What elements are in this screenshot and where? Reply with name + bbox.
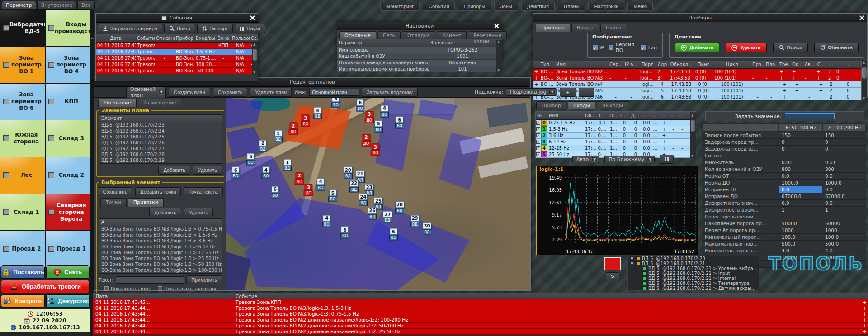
parameter-value[interactable]: 800 [822, 166, 866, 172]
parameter-value[interactable]: 0 [779, 139, 822, 145]
parameter-row[interactable]: Исправен ОТ0.00.0 [702, 186, 866, 193]
events-toolbar-button[interactable]: Поиск [164, 24, 195, 33]
inputs-column-header[interactable]: № [536, 112, 547, 119]
binding-item[interactable]: ВО-Зона Зона Тополь ВО №3 /logic-1:3 > 5… [99, 261, 222, 267]
parameter-value[interactable]: 500.0 [822, 241, 866, 247]
input-row[interactable]: ✓412-25 Hz17:...0....1...000.0...+--... [536, 145, 690, 151]
parameter-row[interactable]: Исправен ДО67000.067000.0 [702, 193, 866, 200]
devices-scroll-thumb[interactable] [862, 67, 867, 79]
underlay-select[interactable]: Подложка.jpg▼ [506, 88, 557, 96]
parameter-value[interactable]: 50000 [822, 220, 866, 227]
events-close-icon[interactable]: × [249, 13, 256, 22]
zone-tile-checkbox[interactable] [3, 246, 9, 252]
zone-tile-checkbox[interactable] [3, 209, 9, 215]
disarm-button[interactable]: Снять [46, 265, 90, 279]
map-marker[interactable]: 22ВД [349, 180, 359, 192]
map-marker[interactable]: 3ДО [365, 111, 374, 123]
parameter-row[interactable]: Пересчёт порога пр...10001000 [702, 227, 866, 234]
map-marker[interactable]: 6ВО [395, 117, 404, 129]
sidebar-splitter[interactable]: ◂▸ [90, 0, 94, 336]
map-marker[interactable]: 5ВО [389, 228, 398, 241]
parameter-row[interactable]: Дискретность врем...11 [702, 207, 866, 213]
plan-element-item[interactable]: ВД-5 @192.168.0.170/2:23 [99, 122, 222, 128]
plan-element-item[interactable]: ВД-5 @192.168.0.170/2:28 [99, 151, 222, 157]
device-action-minus[interactable]: Удалить [726, 43, 766, 52]
parameters-column-header[interactable]: 7: 100-200 Hz [822, 123, 866, 132]
settings-tab[interactable]: Основные [339, 31, 376, 39]
menu-item[interactable]: Действия [521, 2, 555, 11]
map-marker[interactable]: 6ВО [340, 227, 349, 239]
apply-button[interactable]: Применить [186, 275, 222, 284]
binding-item[interactable]: ВО-Зона Зона Тополь ВО №3 /logic-1:3 > 0… [99, 226, 222, 232]
settings-tab[interactable]: Клиент [437, 31, 467, 39]
zone-tile[interactable]: Проезд 2 [0, 231, 45, 267]
display-option-checkbox[interactable]: ✓Версия ПО [609, 42, 636, 53]
map-marker[interactable]: 3ДО [371, 144, 380, 156]
zone-tile[interactable]: Южная сторона [0, 120, 45, 156]
tree-item[interactable]: ▼ВД-5 @192.168.0.170/2:21 [628, 261, 759, 266]
events-row[interactable]: 04 11 2016 17:43Тревога-ВО-Зон50-100-N/A… [96, 68, 252, 74]
inputs-column-header[interactable]: ... [642, 112, 651, 119]
devices-column-header[interactable]: Тип [539, 61, 555, 68]
parameter-row[interactable]: Норма ДО1000.01000.0 [702, 180, 866, 186]
inputs-column-header[interactable]: Имя [547, 112, 584, 119]
zone-tile[interactable]: Входы производство [46, 10, 90, 46]
parameter-row[interactable]: Порог превышений [702, 213, 866, 220]
parameter-row[interactable]: Запись после события150150 [702, 132, 866, 139]
binding-item[interactable]: ВО-Зона Зона Тополь ВО №3 /logic-1:3 > 3… [99, 238, 222, 244]
binding-add-button[interactable]: Добавить [149, 208, 181, 217]
graph-pause-button[interactable] [660, 155, 674, 164]
map-marker[interactable]: 20ВД [344, 167, 353, 179]
alarm-log-row[interactable]: 04 11 2016 17:43:44...Тревога Зона Топол… [93, 323, 868, 329]
settings-column-header[interactable]: Параметр [337, 39, 429, 47]
menu-item[interactable]: Настройки [588, 2, 624, 11]
parameter-value[interactable]: 0.0 [779, 186, 822, 193]
display-option-checkbox[interactable]: ✓Тип [641, 42, 657, 53]
alarm-log-row[interactable]: 04 11 2016 17:43:45...Тревога Зона:КПП+ [93, 299, 868, 305]
parameter-row[interactable]: Норма ОТ0.00.0 [702, 173, 866, 180]
events-column-header[interactable]: Прибор [175, 34, 194, 42]
signal-graph[interactable]: logic-1:1 19.4916.0512.619.175.732.29 17… [536, 166, 698, 255]
zone-filter-tab[interactable]: Все [77, 1, 94, 9]
events-column-header[interactable]: Событие [136, 34, 155, 42]
devices-column-header[interactable]: IP а... [623, 61, 639, 68]
zone-tile-checkbox[interactable] [48, 135, 54, 141]
map-marker[interactable]: 4ВО [380, 105, 389, 117]
zone-tile-checkbox[interactable] [48, 246, 54, 252]
map-marker[interactable]: 2ДО [295, 172, 304, 185]
plan-name-input[interactable] [309, 89, 359, 96]
map-marker[interactable]: 26ВД [368, 207, 377, 219]
parameter-row[interactable]: Накопление порога пр...5000050000 [702, 220, 866, 227]
input-row[interactable]: ✓23-6 Hz17:...0....1...000.0...+--... [536, 133, 690, 139]
parameter-row[interactable]: Дискретность знач...0.00.0 [702, 200, 866, 207]
map-marker[interactable]: 5ВО [328, 190, 337, 202]
inputs-column-header[interactable]: ... [669, 112, 678, 119]
zone-tile[interactable]: КПП [46, 84, 90, 120]
zone-tile[interactable]: Проезд 1 [46, 231, 90, 267]
map-marker[interactable]: 27ВД [383, 211, 392, 223]
alarm-log-column-header[interactable]: Дата [93, 293, 233, 299]
parameters-column-header[interactable]: 6: 50-100 Hz [779, 123, 822, 132]
add-points-button[interactable]: Добавить точки [135, 187, 181, 196]
zoom-in-button[interactable]: + [560, 88, 576, 97]
devices-column-header[interactable] [533, 61, 539, 68]
zone-tile[interactable]: Зона периметр ВО 6 [0, 84, 45, 120]
input-row[interactable]: ✓36-12 Hz17:...0....1...000.0...+--... [536, 139, 690, 145]
alarm-log-expand[interactable]: + [860, 323, 868, 328]
parameter-value[interactable]: 0 [822, 139, 866, 145]
map-marker[interactable]: 4ВО [316, 178, 325, 190]
events-toolbar-button[interactable]: Загрузить с сервера [98, 24, 162, 33]
devices-column-header[interactable]: ... [827, 61, 835, 68]
menu-item[interactable]: Меню [627, 2, 653, 11]
zone-tile[interactable]: Склад 1 [0, 194, 45, 230]
settings-close-icon[interactable]: × [493, 22, 500, 30]
tree-expander-icon[interactable]: ▼ [630, 262, 634, 265]
devices-column-header[interactable]: Сер... [608, 61, 623, 68]
settings-row[interactable]: Имя сервераTOPOL-3-252 [337, 47, 502, 53]
text-point-button[interactable]: Точка текста [184, 187, 222, 196]
parameter-value[interactable]: 1000.0 [779, 180, 822, 186]
tree-item[interactable]: ВД-5 @192.168.0.170/2:21 > Уровень вибра… [628, 266, 759, 271]
process-alarms-button[interactable]: Обработать тревоги [1, 280, 90, 293]
zone-tile-checkbox[interactable] [48, 62, 54, 68]
parameter-value[interactable]: 1000.0 [822, 180, 866, 186]
